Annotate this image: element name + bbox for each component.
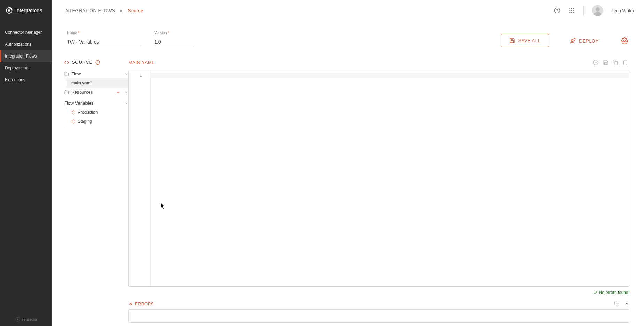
- folder-resources-label: Resources: [71, 90, 93, 95]
- svg-point-9: [569, 10, 570, 11]
- sidebar: Integrations Connector Manager Authoriza…: [0, 0, 52, 326]
- folder-flow-children: main.yaml: [67, 78, 128, 88]
- sidebar-item-integration-flows[interactable]: Integration Flows: [0, 50, 52, 62]
- source-help-icon[interactable]: [95, 60, 100, 65]
- section-flow-variables[interactable]: Flow Variables: [64, 98, 128, 108]
- breadcrumb-root[interactable]: INTEGRATION FLOWS: [64, 8, 115, 13]
- errors-header[interactable]: ERRORS: [128, 298, 629, 309]
- variable-staging-label: Staging: [78, 119, 92, 124]
- app-title: Integrations: [15, 8, 42, 13]
- variable-production-label: Production: [78, 110, 98, 115]
- svg-point-3: [17, 319, 18, 320]
- help-icon[interactable]: [554, 7, 560, 14]
- topbar-right: Tech Writer: [554, 5, 635, 16]
- name-field-group: Name*: [67, 31, 142, 47]
- breadcrumb: INTEGRATION FLOWS ▶ Source: [64, 8, 143, 13]
- folder-resources[interactable]: Resources: [64, 88, 128, 97]
- errors-actions: [614, 301, 629, 306]
- mouse-cursor-icon: [161, 203, 165, 209]
- sidebar-item-deployments[interactable]: Deployments: [0, 62, 52, 74]
- line-number: 1: [129, 73, 142, 78]
- svg-point-7: [571, 8, 572, 9]
- sidebar-top: Integrations Connector Manager Authoriza…: [0, 0, 52, 313]
- editor-gutter: 1: [129, 70, 150, 286]
- copy-icon[interactable]: [611, 58, 620, 67]
- deploy-button[interactable]: DEPLOY: [562, 35, 607, 47]
- svg-rect-24: [616, 303, 619, 306]
- sidebar-item-connector-manager[interactable]: Connector Manager: [0, 26, 52, 38]
- user-avatar[interactable]: [592, 5, 603, 16]
- folder-flow-label: Flow: [71, 71, 81, 76]
- topbar-divider: [583, 5, 584, 16]
- source-panel: SOURCE Flow main.yaml R: [64, 53, 128, 326]
- svg-rect-21: [615, 62, 618, 65]
- apps-grid-icon[interactable]: [569, 7, 575, 14]
- chevron-down-icon[interactable]: [124, 101, 128, 105]
- collapse-errors-icon[interactable]: [624, 301, 629, 306]
- save-all-label: SAVE ALL: [518, 38, 541, 43]
- code-line-1[interactable]: [150, 73, 629, 78]
- breadcrumb-current: Source: [128, 8, 143, 13]
- flow-variables-children: Production Staging: [67, 108, 128, 126]
- status-ok-text: No errors found!: [599, 290, 629, 295]
- code-area[interactable]: [150, 70, 629, 286]
- svg-point-10: [571, 10, 572, 11]
- sidebar-nav: Connector Manager Authorizations Integra…: [0, 26, 52, 86]
- editor-panel: MAIN.YAML: [128, 53, 629, 326]
- add-resource-icon[interactable]: [116, 90, 120, 94]
- user-name: Tech Writer: [612, 8, 635, 13]
- sidebar-logo[interactable]: Integrations: [0, 0, 52, 21]
- copy-errors-icon[interactable]: [614, 301, 619, 306]
- version-field-group: Version*: [154, 31, 194, 47]
- name-input[interactable]: [67, 37, 142, 47]
- save-file-icon[interactable]: [601, 58, 610, 67]
- svg-point-14: [573, 12, 574, 13]
- main-region: INTEGRATION FLOWS ▶ Source Tech Writer N…: [52, 0, 644, 326]
- sidebar-item-executions[interactable]: Executions: [0, 74, 52, 86]
- svg-point-8: [573, 8, 574, 9]
- svg-point-11: [573, 10, 574, 11]
- status-ok: No errors found!: [593, 290, 629, 295]
- source-tree: Flow main.yaml Resources Flow Variables: [64, 69, 128, 126]
- form-actions-row: Name* Version* SAVE ALL DEPLOY: [52, 21, 644, 53]
- svg-point-13: [571, 12, 572, 13]
- folder-flow[interactable]: Flow: [64, 69, 128, 78]
- editor-status-row: No errors found!: [128, 287, 629, 298]
- footer-brand: sensedia: [15, 317, 37, 322]
- settings-gear-icon[interactable]: [620, 35, 629, 47]
- sidebar-footer: sensedia: [0, 313, 52, 326]
- editor-tab[interactable]: MAIN.YAML: [128, 60, 155, 65]
- variable-staging[interactable]: Staging: [67, 117, 128, 126]
- errors-heading: ERRORS: [135, 302, 154, 306]
- file-main-yaml[interactable]: main.yaml: [67, 78, 128, 88]
- breadcrumb-separator-icon: ▶: [120, 9, 123, 13]
- version-input[interactable]: [154, 37, 194, 47]
- chevron-down-icon[interactable]: [124, 90, 128, 94]
- validate-icon[interactable]: [592, 58, 600, 67]
- errors-body: [128, 309, 629, 323]
- editor-tabbar: MAIN.YAML: [128, 58, 629, 70]
- flow-variables-label: Flow Variables: [64, 100, 93, 106]
- sidebar-item-authorizations[interactable]: Authorizations: [0, 38, 52, 50]
- source-heading: SOURCE: [64, 60, 128, 65]
- editor-tab-actions: [592, 58, 629, 67]
- topbar: INTEGRATION FLOWS ▶ Source Tech Writer: [52, 0, 644, 21]
- name-label: Name*: [67, 31, 142, 35]
- svg-point-12: [569, 12, 570, 13]
- deploy-label: DEPLOY: [579, 38, 599, 44]
- close-icon: [128, 302, 133, 306]
- svg-point-1: [8, 9, 10, 12]
- code-editor[interactable]: 1: [128, 70, 629, 287]
- file-label: main.yaml: [71, 81, 92, 85]
- variable-production[interactable]: Production: [67, 108, 128, 117]
- version-label: Version*: [154, 31, 194, 35]
- source-heading-text: SOURCE: [72, 60, 92, 65]
- chevron-down-icon[interactable]: [124, 72, 128, 76]
- svg-point-15: [624, 40, 626, 42]
- content: SOURCE Flow main.yaml R: [52, 53, 644, 326]
- delete-icon[interactable]: [621, 58, 629, 67]
- save-all-button[interactable]: SAVE ALL: [501, 34, 549, 47]
- app-logo-icon: [5, 6, 13, 15]
- footer-brand-text: sensedia: [22, 317, 37, 321]
- svg-point-6: [569, 8, 570, 9]
